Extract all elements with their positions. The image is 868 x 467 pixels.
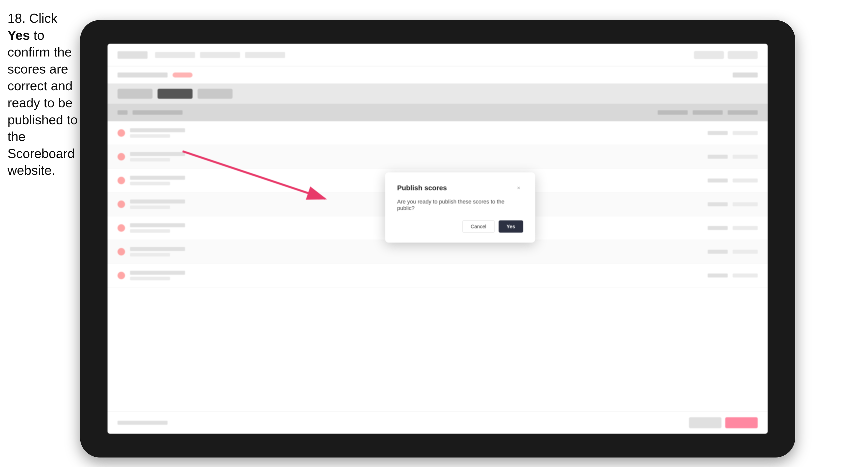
app-header [107, 44, 768, 66]
row-extra-6 [733, 250, 758, 254]
table-row [107, 121, 768, 145]
dialog-actions: Cancel Yes [397, 220, 523, 233]
row-score-5 [708, 226, 728, 230]
toolbar [107, 84, 768, 104]
table-row [107, 264, 768, 287]
toolbar-btn-3 [197, 89, 232, 99]
row-extra-1 [733, 131, 758, 135]
sub-header-title [118, 72, 167, 77]
text-before-bold: Click [26, 11, 57, 26]
header-btn-1 [694, 51, 724, 59]
row-extra-3 [733, 179, 758, 183]
footer-cancel-btn [689, 417, 721, 428]
th-extra [693, 110, 723, 115]
row-content-2 [130, 152, 703, 161]
th-name [132, 110, 183, 115]
row-score-6 [708, 250, 728, 254]
row-num-5 [118, 224, 125, 232]
header-btn-2 [728, 51, 758, 59]
dialog-body: Are you ready to publish these scores to… [397, 198, 523, 212]
tablet-device: Publish scores × Are you ready to publis… [80, 20, 795, 458]
app-logo [118, 51, 148, 59]
table-row [107, 145, 768, 169]
sub-header-badge [173, 72, 192, 77]
nav-item-1 [155, 52, 195, 58]
dialog-header: Publish scores × [397, 184, 523, 192]
table-body [107, 121, 768, 411]
th-num [118, 110, 127, 115]
footer-info-text [118, 421, 167, 425]
nav-item-2 [200, 52, 240, 58]
tablet-screen: Publish scores × Are you ready to publis… [107, 44, 768, 434]
table-row [107, 240, 768, 264]
toolbar-btn-2 [158, 89, 192, 99]
row-score-1 [708, 131, 728, 135]
row-score-2 [708, 155, 728, 159]
row-num-2 [118, 153, 125, 160]
row-num-3 [118, 177, 125, 184]
row-extra-5 [733, 226, 758, 230]
app-nav [155, 52, 686, 58]
step-number: 18. [7, 11, 26, 26]
th-score [658, 110, 688, 115]
row-content-1 [130, 128, 703, 138]
row-extra-7 [733, 274, 758, 278]
row-score-3 [708, 179, 728, 183]
sub-header [107, 66, 768, 84]
table-header [107, 104, 768, 121]
toolbar-btn-1 [118, 89, 153, 99]
th-total [728, 110, 758, 115]
sub-header-right [733, 72, 758, 77]
footer-actions [689, 417, 758, 428]
close-icon[interactable]: × [514, 184, 523, 192]
table-footer [107, 411, 768, 434]
instruction-text: 18. Click Yes to confirm the scores are … [7, 10, 80, 179]
publish-scores-dialog: Publish scores × Are you ready to publis… [385, 173, 535, 243]
footer-publish-btn [725, 417, 758, 428]
row-score-7 [708, 274, 728, 278]
nav-item-3 [245, 52, 285, 58]
cancel-button[interactable]: Cancel [462, 220, 494, 233]
dialog-title: Publish scores [397, 184, 447, 192]
row-num-7 [118, 272, 125, 279]
row-extra-4 [733, 202, 758, 206]
row-num-1 [118, 129, 125, 137]
row-extra-2 [733, 155, 758, 159]
row-score-4 [708, 202, 728, 206]
bold-yes: Yes [7, 28, 30, 42]
row-num-4 [118, 200, 125, 208]
header-actions [694, 51, 758, 59]
yes-button[interactable]: Yes [499, 220, 523, 233]
row-content-7 [130, 271, 703, 280]
text-after-bold: to confirm the scores are correct and re… [7, 28, 78, 178]
row-content-6 [130, 247, 703, 256]
row-num-6 [118, 248, 125, 255]
